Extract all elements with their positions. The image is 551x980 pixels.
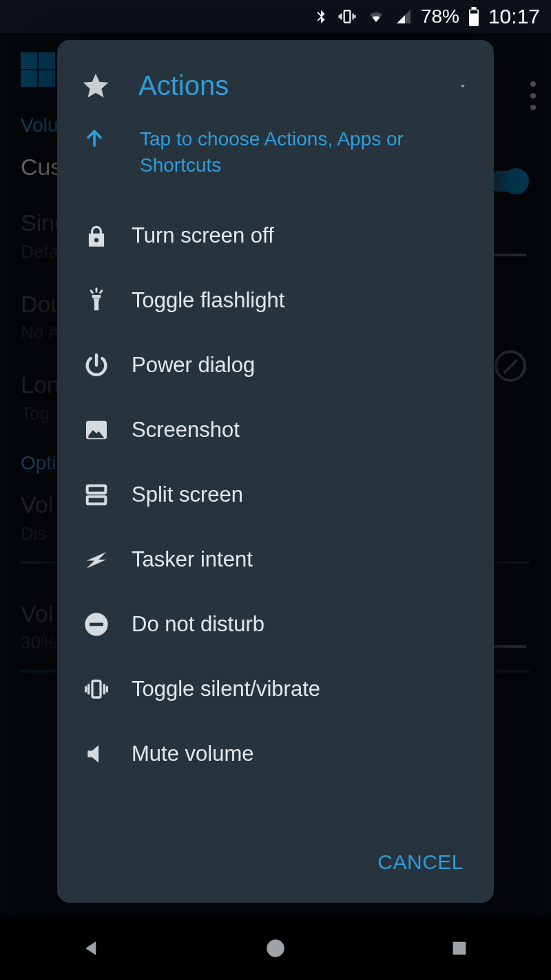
action-item-label: Toggle flashlight: [132, 288, 284, 313]
image-icon: [81, 414, 112, 446]
bluetooth-icon: [313, 6, 329, 27]
actions-dialog: Actions Tap to choose Actions, Apps or S…: [57, 40, 494, 903]
nav-home-button[interactable]: [262, 935, 289, 962]
mute-icon: [81, 738, 112, 770]
svg-rect-14: [92, 681, 101, 697]
cancel-button[interactable]: CANCEL: [371, 842, 470, 882]
actions-list: Turn screen offToggle flashlightPower di…: [57, 203, 494, 828]
action-item-label: Mute volume: [132, 742, 253, 766]
action-item[interactable]: Toggle flashlight: [67, 268, 484, 333]
lock-icon: [81, 220, 112, 252]
status-bar: 78% 10:17: [0, 0, 551, 33]
action-item-label: Split screen: [132, 482, 243, 507]
action-item[interactable]: Split screen: [67, 462, 484, 527]
action-item[interactable]: Do not disturb: [67, 592, 484, 657]
signal-icon: [395, 8, 413, 25]
action-item[interactable]: Screenshot: [67, 398, 484, 462]
action-item-label: Power dialog: [132, 353, 255, 378]
action-item-label: Tasker intent: [132, 547, 253, 572]
nav-back-button[interactable]: [78, 935, 105, 962]
svg-rect-8: [92, 295, 101, 298]
svg-rect-20: [453, 942, 466, 955]
action-item[interactable]: Tasker intent: [67, 527, 484, 592]
dialog-hint-text: Tap to choose Actions, Apps or Shortcuts: [136, 126, 470, 178]
vibrate-icon: [81, 673, 112, 705]
action-item-label: Turn screen off: [132, 223, 274, 248]
battery-icon: [468, 7, 480, 26]
nav-recent-button[interactable]: [446, 935, 473, 962]
action-item-label: Toggle silent/vibrate: [132, 677, 320, 702]
flashlight-icon: [81, 285, 112, 316]
svg-rect-6: [471, 7, 476, 10]
star-icon: [81, 71, 111, 101]
action-item-label: Do not disturb: [132, 612, 264, 637]
action-item-label: Screenshot: [132, 418, 240, 442]
action-item[interactable]: Turn screen off: [67, 203, 484, 268]
dialog-header[interactable]: Actions: [57, 40, 494, 111]
wifi-icon: [366, 8, 386, 25]
clock: 10:17: [488, 5, 540, 28]
action-item[interactable]: Toggle silent/vibrate: [67, 657, 484, 722]
arrow-up-icon: [81, 126, 108, 151]
split-icon: [81, 479, 112, 511]
action-item[interactable]: Mute volume: [67, 722, 484, 786]
vibrate-status-icon: [337, 8, 357, 25]
svg-rect-11: [87, 496, 106, 504]
svg-point-19: [267, 939, 284, 957]
battery-percent: 78%: [421, 6, 459, 28]
navigation-bar: [0, 917, 551, 980]
dnd-icon: [81, 609, 112, 640]
action-item[interactable]: Power dialog: [67, 333, 484, 398]
bolt-icon: [81, 544, 112, 575]
power-icon: [81, 349, 112, 381]
svg-rect-10: [87, 485, 106, 493]
dialog-hint: Tap to choose Actions, Apps or Shortcuts: [57, 111, 494, 203]
svg-rect-0: [344, 10, 351, 22]
dialog-title: Actions: [138, 70, 428, 101]
svg-rect-7: [470, 10, 478, 14]
dropdown-icon[interactable]: [455, 81, 470, 91]
svg-rect-13: [90, 622, 103, 626]
